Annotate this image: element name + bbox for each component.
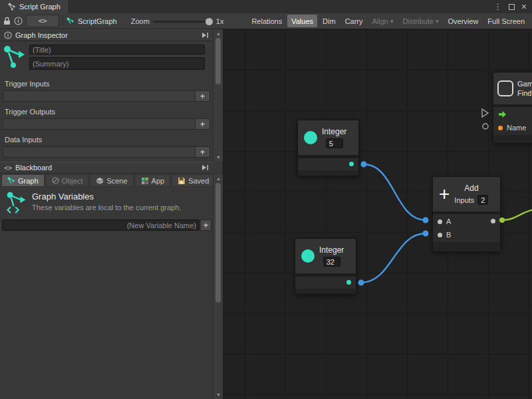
port-a-label: A	[446, 217, 451, 225]
graph-variables-title: Graph Variables	[32, 192, 94, 201]
scroll-down-icon[interactable]: ▼	[213, 154, 223, 161]
wire-endpoint	[423, 217, 429, 223]
input-port-b[interactable]	[438, 233, 442, 237]
integer-icon	[301, 249, 315, 263]
add-icon: +	[439, 185, 450, 203]
value-output-port[interactable]	[349, 162, 354, 166]
values-button[interactable]: Values	[287, 15, 317, 27]
trigger-inputs-list[interactable]: +	[3, 90, 210, 102]
port-b-label: B	[446, 231, 451, 239]
input-port-a[interactable]	[438, 219, 442, 224]
caret-down-icon: ▾	[390, 18, 394, 25]
zoom-slider-knob[interactable]	[205, 18, 213, 25]
graph-title-input[interactable]	[29, 45, 205, 55]
node-gameobject-find[interactable]: Game Find Name	[493, 72, 532, 144]
blackboard-header: <> Blackboard	[0, 162, 213, 174]
scroll-down-icon[interactable]: ▼	[213, 391, 223, 398]
wire-integer5-to-a[interactable]	[364, 164, 426, 220]
empty-list-area	[3, 119, 195, 129]
data-inputs-label: Data Inputs	[5, 136, 42, 144]
node-integer-bottom[interactable]: Integer 32	[295, 238, 356, 295]
zoom-slider[interactable]	[153, 17, 213, 26]
carry-button[interactable]: Carry	[341, 15, 367, 27]
expand-panel-icon[interactable]	[201, 32, 209, 39]
empty-list-area	[3, 147, 195, 157]
graph-variables-icon	[5, 190, 28, 214]
distribute-dropdown[interactable]: Distribute▾	[399, 15, 443, 27]
add-data-input-button[interactable]: +	[195, 147, 209, 157]
node-footer	[298, 170, 358, 176]
blackboard-scrollbar[interactable]: ▲ ▼	[213, 174, 223, 399]
flow-output-port[interactable]	[498, 110, 507, 118]
edit-graph-button[interactable]: <>	[26, 15, 59, 27]
node-title-line2: Find	[517, 89, 532, 97]
new-variable-input[interactable]	[2, 219, 200, 231]
graph-summary-input[interactable]	[29, 57, 205, 70]
value-output-port[interactable]	[346, 280, 351, 285]
gameobject-icon	[497, 80, 513, 96]
node-add[interactable]: + Add Inputs 2 A B	[432, 176, 501, 252]
node-title: Add	[464, 184, 478, 193]
full-screen-button[interactable]: Full Screen	[483, 15, 529, 27]
inputs-count-field[interactable]: 2	[477, 195, 488, 205]
integer-value-field[interactable]: 32	[323, 257, 340, 267]
zoom-value: 1x	[216, 17, 224, 25]
unity-window: Script Graph ⋮ × <> ScriptGraph Zoom	[0, 0, 532, 399]
align-dropdown[interactable]: Align▾	[368, 15, 398, 27]
blackboard-scroll-thumb[interactable]	[215, 183, 221, 303]
data-inputs-list[interactable]: +	[3, 146, 210, 158]
toolbar-separator	[63, 16, 63, 27]
zoom-slider-track[interactable]	[153, 21, 213, 23]
inspector-scrollbar[interactable]: ▲ ▼	[213, 29, 223, 162]
tab-app[interactable]: App	[135, 174, 171, 187]
graph-inspector-header: Graph Inspector	[0, 29, 213, 41]
sum-output-port[interactable]	[491, 219, 495, 223]
wire-endpoint	[361, 162, 367, 168]
add-trigger-input-button[interactable]: +	[195, 91, 209, 101]
inspector-scroll-thumb[interactable]	[215, 38, 221, 84]
wire-integer32-to-b[interactable]	[361, 233, 426, 283]
tab-object[interactable]: Object	[46, 174, 89, 187]
tab-graph[interactable]: Graph	[1, 174, 45, 187]
maximize-icon[interactable]	[509, 4, 515, 10]
integer-value-field[interactable]: 5	[326, 138, 343, 148]
name-input-port[interactable]	[498, 126, 503, 130]
info-icon[interactable]	[14, 17, 23, 25]
tab-scene[interactable]: Scene	[90, 174, 133, 187]
relations-button[interactable]: Relations	[247, 15, 286, 27]
trigger-outputs-list[interactable]: +	[3, 118, 210, 130]
scroll-up-icon[interactable]: ▲	[213, 175, 223, 182]
wire-add-output[interactable]	[502, 209, 532, 220]
port-name-label: Name	[507, 124, 526, 132]
caret-down-icon: ▾	[436, 18, 439, 25]
scroll-up-icon[interactable]: ▲	[213, 30, 223, 37]
app-icon	[141, 177, 149, 185]
dim-button[interactable]: Dim	[319, 15, 340, 27]
wire-endpoint	[423, 231, 429, 237]
graph-name-label[interactable]: ScriptGraph	[78, 17, 117, 25]
panel-menu-icon[interactable]: ⋮	[494, 2, 502, 11]
graph-toolbar: <> ScriptGraph Zoom 1x Relations Values …	[0, 13, 532, 29]
scene-icon	[96, 177, 104, 185]
add-variable-button[interactable]: +	[200, 219, 211, 231]
add-trigger-output-button[interactable]: +	[195, 119, 209, 129]
expand-panel-icon[interactable]	[201, 164, 209, 171]
wire-endpoint	[358, 280, 364, 286]
code-icon: <>	[4, 164, 12, 172]
node-title: Integer	[322, 127, 346, 136]
tab-title: Script Graph	[19, 3, 61, 11]
node-integer-top[interactable]: Integer 5	[297, 120, 359, 176]
lock-icon[interactable]	[3, 17, 11, 25]
trigger-outputs-label: Trigger Outputs	[5, 108, 55, 116]
zoom-label: Zoom	[131, 17, 150, 25]
graph-canvas[interactable]: Integer 5 Integer 32	[223, 29, 532, 399]
saved-icon	[178, 177, 186, 185]
tab-saved[interactable]: Saved	[172, 174, 215, 187]
overview-button[interactable]: Overview	[444, 15, 483, 27]
toolbar-buttons: Relations Values Dim Carry Align▾ Distri…	[247, 15, 529, 27]
node-title-line1: Game	[517, 80, 532, 88]
node-footer	[295, 289, 356, 294]
info-icon	[4, 31, 12, 39]
close-icon[interactable]: ×	[521, 1, 527, 12]
script-graph-tab[interactable]: Script Graph	[0, 0, 69, 13]
